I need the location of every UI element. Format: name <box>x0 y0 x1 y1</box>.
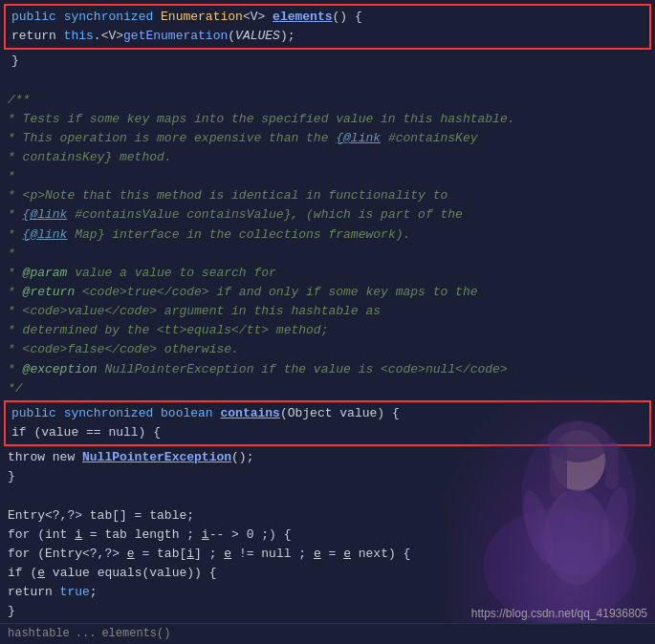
code-line: * <code>value</code> argument in this ha… <box>0 302 655 321</box>
code-line: * determined by the <tt>equals</tt> meth… <box>0 321 655 340</box>
code-line: * {@link Map} interface in the collectio… <box>0 225 655 245</box>
code-line: if (e value equals(value)) { <box>0 564 655 583</box>
code-line: return true; <box>0 583 655 602</box>
watermark: https://blog.csdn.net/qq_41936805 <box>471 605 647 623</box>
code-line: throw new NullPointerException(); <box>0 448 655 467</box>
code-line: if (value == null) { <box>11 423 644 442</box>
contains-method-highlight: public synchronized boolean contains(Obj… <box>4 400 651 446</box>
code-line: * {@link #containsValue containsValue}, … <box>0 205 655 225</box>
status-hashtable: hashtable <box>8 625 70 643</box>
code-line: * <p>Note that this method is identical … <box>0 186 655 205</box>
code-line: * <code>false</code> otherwise. <box>0 340 655 359</box>
code-line: /** <box>0 91 655 110</box>
status-separator: ... <box>76 625 97 643</box>
code-line: return this.<V>getEnumeration(VALUES); <box>11 27 644 46</box>
code-line: * This operation is more expensive than … <box>0 129 655 148</box>
code-line: * @return <code>true</code> if and only … <box>0 283 655 302</box>
code-line: * <box>0 167 655 186</box>
status-bar: hashtable ... elements() <box>0 623 655 644</box>
code-line: * Tests if some key maps into the specif… <box>0 110 655 129</box>
code-line <box>0 486 655 505</box>
code-line: for (Entry<?,?> e = tab[i] ; e != null ;… <box>0 545 655 564</box>
code-line: Entry<?,?> tab[] = table; <box>0 506 655 526</box>
code-line: * containsKey} method. <box>0 148 655 167</box>
code-line: } <box>0 467 655 486</box>
code-line: } <box>0 52 655 71</box>
code-line: public synchronized boolean contains(Obj… <box>11 404 644 423</box>
status-elements: elements() <box>101 625 170 643</box>
code-line: public synchronized Enumeration<V> eleme… <box>11 8 644 27</box>
code-line: * @param value a value to search for <box>0 264 655 283</box>
code-line: * @exception NullPointerException if the… <box>0 360 655 379</box>
code-container: public synchronized Enumeration<V> eleme… <box>0 0 655 644</box>
code-line: for (int i = tab length ; i-- > 0 ;) { <box>0 526 655 545</box>
code-line <box>0 71 655 90</box>
code-line: */ <box>0 379 655 398</box>
elements-method-highlight: public synchronized Enumeration<V> eleme… <box>4 4 651 50</box>
code-line: * <box>0 245 655 264</box>
